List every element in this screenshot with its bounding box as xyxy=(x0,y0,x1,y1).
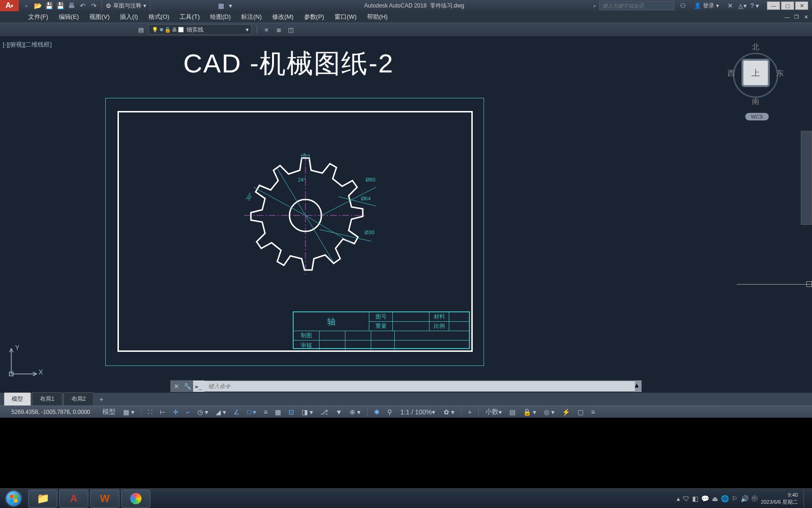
navigation-bar[interactable] xyxy=(801,131,812,225)
dynamic-input-icon[interactable]: ✛ xyxy=(170,407,181,417)
ucs-icon[interactable]: Y X xyxy=(7,346,39,380)
menu-window[interactable]: 窗口(W) xyxy=(330,11,361,23)
save-icon[interactable]: 💾 xyxy=(44,1,54,10)
annotation-visibility-icon[interactable]: ✱ xyxy=(371,407,383,417)
tray-flag-icon[interactable]: ⚐ xyxy=(732,495,738,502)
compass-north[interactable]: 北 xyxy=(752,42,759,52)
start-button[interactable] xyxy=(0,489,27,508)
customization-icon[interactable]: ≡ xyxy=(588,407,598,417)
drawing-canvas[interactable]: [-][俯视][二维线框] CAD -机械图纸-2 轴 图号 材料 重量 xyxy=(0,37,812,385)
saveas-icon[interactable]: 💾 xyxy=(55,1,65,10)
plot-icon[interactable]: 🖶 xyxy=(67,1,76,10)
layer-properties-icon[interactable]: ▤ xyxy=(136,25,146,34)
cmd-prompt-icon[interactable]: ▸_ xyxy=(193,381,204,392)
tray-chevron-icon[interactable]: ▴ xyxy=(677,495,680,502)
menu-modify[interactable]: 修改(M) xyxy=(267,11,298,23)
redo-icon[interactable]: ↷ xyxy=(89,1,99,10)
doc-restore-button[interactable]: ❐ xyxy=(792,13,801,21)
help-search-input[interactable] xyxy=(599,1,674,10)
osnap-tracking-icon[interactable]: ∠ xyxy=(231,407,242,417)
compass-south[interactable]: 南 xyxy=(752,97,759,107)
maximize-button[interactable]: ▢ xyxy=(781,1,794,10)
menu-tools[interactable]: 工具(T) xyxy=(175,11,204,23)
menu-insert[interactable]: 插入(I) xyxy=(115,11,142,23)
infocentre-icon[interactable]: ⚇ xyxy=(678,1,687,10)
selection-filter-icon[interactable]: ▼ xyxy=(333,407,345,417)
taskbar-clock[interactable]: 9:40 2023/6/6 星期二 xyxy=(761,492,798,505)
compass-west[interactable]: 西 xyxy=(727,69,735,79)
workspace-dropdown[interactable]: ⚙ 草图与注释 ▾ xyxy=(102,0,150,11)
new-icon[interactable]: ▫ xyxy=(22,1,31,10)
tab-layout2[interactable]: 布局2 xyxy=(63,392,94,405)
ortho-icon[interactable]: ⌐ xyxy=(183,407,193,417)
polar-icon[interactable]: ◷ ▾ xyxy=(195,407,211,417)
tab-layout1[interactable]: 布局1 xyxy=(32,392,62,405)
lineweight-toggle-icon[interactable]: ≡ xyxy=(261,407,270,417)
menu-draw[interactable]: 绘图(D) xyxy=(205,11,235,23)
grid-icon[interactable]: ▦ ▾ xyxy=(120,407,137,417)
snap-icon[interactable]: ⸬ xyxy=(145,406,155,417)
menu-format[interactable]: 格式(O) xyxy=(144,11,174,23)
tray-chat-icon[interactable]: 💬 xyxy=(701,495,709,502)
menu-file[interactable]: 文件(F) xyxy=(23,11,53,23)
cmd-wrench-icon[interactable]: 🔧 xyxy=(182,381,193,392)
menu-help[interactable]: 帮助(H) xyxy=(362,11,392,23)
tray-app-icon[interactable]: ◧ xyxy=(692,495,698,502)
menu-edit[interactable]: 编辑(E) xyxy=(54,11,84,23)
tray-lang-icon[interactable]: ㊥ xyxy=(751,494,758,503)
open-icon[interactable]: 📂 xyxy=(33,1,42,10)
cmd-resize-handle[interactable]: ▴ xyxy=(635,381,641,392)
help-icon[interactable]: ? ▾ xyxy=(750,1,759,10)
layer-dropdown[interactable]: 💡❄🔓🖶 细实线 ▾ xyxy=(148,24,252,35)
view-cube[interactable]: 北 南 西 东 上 WCS xyxy=(727,42,784,122)
selection-cycling-icon[interactable]: ⊡ xyxy=(286,407,297,417)
menu-view[interactable]: 视图(V) xyxy=(85,11,114,23)
app-logo[interactable]: A▾ xyxy=(0,0,19,11)
command-input[interactable] xyxy=(204,381,635,391)
tray-shield-icon[interactable]: 🛡 xyxy=(683,495,689,502)
lineweight-icon[interactable]: ≣ xyxy=(274,25,283,34)
transparency-icon[interactable]: ◫ xyxy=(286,25,296,34)
clean-screen-icon[interactable]: ▢ xyxy=(575,407,586,417)
taskbar-autocad[interactable]: A xyxy=(59,490,88,508)
show-desktop-button[interactable] xyxy=(804,490,807,508)
close-button[interactable]: ✕ xyxy=(795,1,808,10)
minimize-button[interactable]: — xyxy=(767,1,780,10)
dynamic-ucs-icon[interactable]: ⎇ xyxy=(318,407,331,417)
annotation-scale-dropdown[interactable]: 1:1 / 100% ▾ xyxy=(397,407,439,417)
add-layout-button[interactable]: + xyxy=(94,393,108,405)
tray-network-icon[interactable]: 🌐 xyxy=(721,495,729,502)
units-dropdown[interactable]: 小数 ▾ xyxy=(483,406,505,418)
cmd-close-icon[interactable]: ✕ xyxy=(171,381,182,392)
quick-properties-icon[interactable]: ▤ xyxy=(507,407,518,417)
workspace-switch-icon[interactable]: ✿ ▾ xyxy=(441,407,457,417)
exchange-icon[interactable]: ✕ xyxy=(726,1,735,10)
hardware-accel-icon[interactable]: ⚡ xyxy=(559,407,573,417)
doc-minimize-button[interactable]: — xyxy=(783,13,791,21)
menu-dimension[interactable]: 标注(N) xyxy=(236,11,266,23)
taskbar-explorer[interactable]: 📁 xyxy=(28,490,57,508)
linetype-icon[interactable]: ≡ xyxy=(262,25,271,34)
viewcube-top[interactable]: 上 xyxy=(742,59,770,87)
3dosnap-icon[interactable]: ◨ ▾ xyxy=(299,407,316,417)
a360-icon[interactable]: ◬▾ xyxy=(738,1,747,10)
chevron-down-icon[interactable]: ▾ xyxy=(226,1,235,10)
tray-volume-icon[interactable]: 🔊 xyxy=(741,495,749,502)
taskbar-browser[interactable] xyxy=(121,490,150,508)
infer-icon[interactable]: ⊢ xyxy=(157,407,168,417)
isodraft-icon[interactable]: ◢ ▾ xyxy=(213,407,229,417)
compass-east[interactable]: 东 xyxy=(776,69,784,79)
taskbar-wps[interactable]: W xyxy=(90,490,119,508)
share-icon[interactable]: ▦ xyxy=(216,1,226,10)
tray-usb-icon[interactable]: ⏏ xyxy=(712,495,718,502)
viewport-controls[interactable]: [-][俯视][二维线框] xyxy=(3,40,52,49)
lock-ui-icon[interactable]: 🔒 ▾ xyxy=(520,407,539,417)
autoscale-icon[interactable]: ⚲ xyxy=(384,407,395,417)
undo-icon[interactable]: ↶ xyxy=(78,1,87,10)
annotation-monitor-icon[interactable]: + xyxy=(465,407,475,417)
transparency-toggle-icon[interactable]: ▦ xyxy=(272,407,284,417)
coordinates-display[interactable]: 5269.4358, -1005.7876, 0.0000 xyxy=(4,409,98,415)
menu-parametric[interactable]: 参数(P) xyxy=(299,11,329,23)
login-button[interactable]: 👤 登录 ▾ xyxy=(690,2,723,10)
model-space-button[interactable]: 模型 xyxy=(100,406,118,418)
